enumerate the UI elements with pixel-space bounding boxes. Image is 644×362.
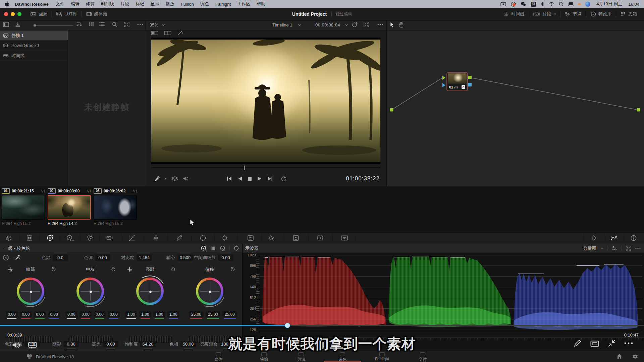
search-icon[interactable] bbox=[112, 22, 117, 27]
menu-clip[interactable]: 片段 bbox=[120, 1, 129, 7]
qualifier-icon[interactable] bbox=[176, 234, 183, 242]
gamma-blue-value[interactable]: 0.00 bbox=[108, 311, 120, 317]
auto-balance-icon[interactable]: A bbox=[3, 254, 9, 261]
hdr-wheels-icon[interactable]: HDR bbox=[66, 234, 73, 242]
clip-03[interactable]: 03 00:00:26:02 V1 H.264 High L5.2 bbox=[94, 188, 138, 226]
go-to-first-frame-button[interactable] bbox=[226, 176, 232, 181]
wechat-icon[interactable] bbox=[521, 2, 526, 6]
scope-mode-chevron-icon[interactable]: ▾ bbox=[601, 247, 603, 250]
primaries-log-mode-icon[interactable]: oG bbox=[220, 245, 225, 251]
siri-icon[interactable] bbox=[585, 2, 590, 7]
media-pool-button[interactable]: 媒体池 bbox=[82, 8, 112, 20]
tint-value[interactable]: 0.00 bbox=[95, 254, 110, 261]
node-editor[interactable]: 01 ✓ bbox=[387, 31, 644, 186]
player-progress-track[interactable] bbox=[0, 325, 644, 326]
node-select-tool-icon[interactable] bbox=[390, 22, 394, 28]
white-balance-picker-icon[interactable] bbox=[15, 254, 21, 260]
player-progress-knob[interactable] bbox=[285, 323, 290, 328]
menu-file[interactable]: 文件 bbox=[56, 1, 64, 7]
gamma-wheel-dot[interactable] bbox=[89, 290, 92, 293]
menu-help[interactable]: 帮助 bbox=[257, 1, 265, 7]
viewer-zoom-chevron-icon[interactable] bbox=[162, 24, 165, 26]
corrector-node-01[interactable]: 01 ✓ bbox=[446, 72, 468, 91]
minimize-window-button[interactable] bbox=[11, 12, 15, 16]
clip-thumbnail[interactable] bbox=[48, 195, 91, 220]
close-window-button[interactable] bbox=[4, 12, 8, 16]
gain-blue-value[interactable]: 1.00 bbox=[167, 311, 179, 317]
viewer-timecode[interactable]: 00:00:08:04 bbox=[315, 22, 340, 27]
lift-wheel-dot[interactable] bbox=[30, 290, 33, 293]
timecode-chevron-icon[interactable] bbox=[345, 24, 348, 26]
primaries-bars-mode-icon[interactable] bbox=[210, 246, 216, 251]
effects-library-button[interactable]: fx 特效库 bbox=[586, 11, 616, 17]
apple-menu-icon[interactable] bbox=[5, 1, 9, 7]
viewer-playhead[interactable] bbox=[244, 166, 245, 170]
wifi-icon[interactable] bbox=[549, 2, 554, 6]
menu-edit[interactable]: 编辑 bbox=[71, 1, 79, 7]
fullscreen-viewer-icon[interactable] bbox=[364, 22, 369, 27]
scope-expand-icon[interactable] bbox=[622, 246, 631, 251]
gain-wheel-dot[interactable] bbox=[149, 290, 152, 293]
primaries-bypass-icon[interactable] bbox=[229, 245, 239, 251]
play-button[interactable] bbox=[257, 176, 262, 181]
menu-app-name[interactable]: DaVinci Resolve bbox=[15, 2, 49, 7]
lightbox-button[interactable]: 光箱 bbox=[616, 11, 641, 17]
record-timecode[interactable]: 01:00:38:22 bbox=[346, 175, 380, 182]
viewer-scrub-bar[interactable] bbox=[151, 167, 380, 168]
wipe-mode-icon[interactable] bbox=[171, 176, 178, 181]
menu-fusion[interactable]: Fusion bbox=[181, 2, 194, 7]
unmix-wipe-icon[interactable] bbox=[151, 31, 158, 36]
magic-mask-icon[interactable] bbox=[247, 234, 254, 242]
timeline-panel-button[interactable]: 时间线 bbox=[499, 11, 529, 17]
viewer-zoom-select[interactable]: 35% bbox=[150, 22, 158, 27]
timeline-select[interactable]: Timeline 1 bbox=[272, 22, 292, 27]
viewer-more-options-icon[interactable] bbox=[377, 24, 383, 25]
gain-color-wheel[interactable] bbox=[136, 278, 164, 305]
scope-mode-select[interactable]: 分量图 bbox=[583, 245, 596, 251]
gain-red-value[interactable]: 1.00 bbox=[139, 311, 151, 317]
export-still-icon[interactable] bbox=[15, 22, 20, 27]
clip-02[interactable]: 02 00:00:00:00 V1 H.264 High L4.2 bbox=[48, 188, 92, 226]
clip-01[interactable]: 01 00:00:21:15 V1 H.264 High L5.2 bbox=[2, 188, 46, 226]
offset-green-value[interactable]: 25.00 bbox=[206, 311, 220, 317]
gamma-green-value[interactable]: 0.00 bbox=[94, 311, 106, 317]
primaries-wheels-mode-icon[interactable] bbox=[201, 245, 206, 251]
gallery-stills-area[interactable]: 未创建静帧 bbox=[68, 31, 146, 186]
mid-detail-value[interactable]: 0.00 bbox=[218, 254, 233, 261]
gain-crosshair-icon[interactable] bbox=[127, 267, 132, 272]
gamma-reset-icon[interactable] bbox=[111, 267, 116, 272]
node-enabled-checkbox[interactable]: ✓ bbox=[462, 85, 465, 89]
toggle-list-panel-icon[interactable] bbox=[3, 22, 9, 27]
highlight-wand-icon[interactable] bbox=[177, 31, 183, 36]
expand-gallery-icon[interactable] bbox=[124, 22, 129, 27]
list-view-icon[interactable] bbox=[99, 22, 105, 26]
sizing-icon[interactable] bbox=[316, 234, 324, 242]
key-icon[interactable] bbox=[292, 234, 300, 242]
rgb-mixer-icon[interactable] bbox=[86, 234, 94, 242]
gamma-master-value[interactable]: 0.00 bbox=[65, 311, 77, 317]
blur-icon[interactable] bbox=[268, 234, 275, 242]
offset-reset-icon[interactable] bbox=[230, 267, 235, 272]
album-stills[interactable]: 静帧 1 bbox=[0, 31, 68, 41]
menubar-date[interactable]: 4月19日 周三 bbox=[596, 1, 622, 7]
lift-red-value[interactable]: 0.00 bbox=[20, 311, 32, 317]
screen-record-icon[interactable] bbox=[500, 2, 506, 6]
color-match-icon[interactable] bbox=[26, 234, 33, 242]
menu-view[interactable]: 显示 bbox=[151, 1, 159, 7]
thumbnail-size-slider[interactable] bbox=[32, 24, 74, 26]
zoom-window-button[interactable] bbox=[17, 12, 21, 16]
menu-playback[interactable]: 播放 bbox=[166, 1, 174, 7]
menu-trim[interactable]: 修剪 bbox=[86, 1, 95, 7]
split-wipe-icon[interactable] bbox=[164, 31, 171, 36]
album-timelines[interactable]: 时间线 bbox=[0, 51, 68, 61]
grid-view-icon[interactable] bbox=[89, 22, 94, 27]
scope-settings-icon[interactable] bbox=[607, 246, 617, 251]
play-reverse-button[interactable] bbox=[237, 176, 242, 181]
lift-green-value[interactable]: 0.00 bbox=[34, 311, 46, 317]
project-manager-home-icon[interactable] bbox=[616, 354, 622, 359]
clip-thumbnail[interactable] bbox=[2, 195, 45, 220]
gamma-color-wheel[interactable] bbox=[76, 278, 104, 305]
color-warper-icon[interactable] bbox=[152, 234, 160, 242]
scopes-panel-icon[interactable] bbox=[610, 234, 618, 242]
gain-reset-icon[interactable] bbox=[171, 267, 175, 272]
